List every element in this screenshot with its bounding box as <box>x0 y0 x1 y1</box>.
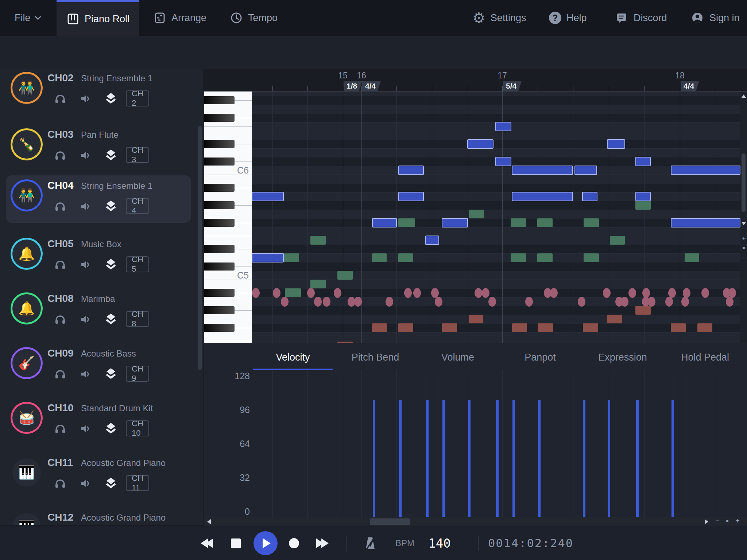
midi-note-selected-track[interactable] <box>252 253 284 262</box>
drum-note-dot[interactable] <box>386 297 393 307</box>
velocity-bar[interactable] <box>671 400 674 517</box>
drum-note-dot[interactable] <box>307 288 315 298</box>
drum-note-dot[interactable] <box>701 288 709 298</box>
piano-roll-scrollbar-thumb[interactable] <box>742 153 746 212</box>
layers-icon[interactable] <box>104 257 117 271</box>
midi-note-selected-track[interactable] <box>635 192 651 201</box>
midi-note-green[interactable] <box>537 218 553 227</box>
black-key[interactable] <box>204 219 235 227</box>
midi-note-red[interactable] <box>635 306 651 315</box>
black-key[interactable] <box>204 306 235 314</box>
time-signature-badge[interactable]: 4/4 <box>362 81 381 91</box>
velocity-bar[interactable] <box>636 400 639 517</box>
drum-note-dot[interactable] <box>668 288 676 298</box>
drum-note-dot[interactable] <box>683 288 690 298</box>
measure-ruler[interactable]: 151/8164/4175/4184/4 <box>204 69 747 91</box>
sign-in-button[interactable]: Sign in <box>690 0 740 36</box>
midi-note-green[interactable] <box>635 201 651 210</box>
tab-piano-roll[interactable]: Piano Roll <box>57 0 139 36</box>
zoom-reset-icon[interactable]: ● <box>740 245 747 250</box>
midi-note-red[interactable] <box>512 323 527 332</box>
controller-tab-volume[interactable]: Volume <box>417 345 499 370</box>
midi-note-selected-track[interactable] <box>398 166 424 175</box>
horizontal-scrollbar[interactable]: − ● + <box>204 517 747 526</box>
time-signature-badge[interactable]: 5/4 <box>503 81 522 91</box>
tab-arrange[interactable]: Arrange <box>153 0 206 36</box>
speaker-icon[interactable] <box>80 149 92 162</box>
velocity-bar[interactable] <box>442 400 445 517</box>
drum-note-dot[interactable] <box>482 288 489 298</box>
midi-note-green[interactable] <box>285 288 301 297</box>
piano-keyboard[interactable]: C6C5 <box>204 92 252 343</box>
midi-note-selected-track[interactable] <box>607 139 625 149</box>
controller-tab-expression[interactable]: Expression <box>581 345 664 370</box>
velocity-bar[interactable] <box>512 400 515 517</box>
headphones-icon[interactable] <box>54 200 66 213</box>
time-signature-badge[interactable]: 1/8 <box>344 81 362 91</box>
midi-note-green[interactable] <box>469 210 484 218</box>
layers-icon[interactable] <box>104 199 117 212</box>
midi-note-red[interactable] <box>671 323 686 332</box>
drum-note-dot[interactable] <box>413 288 421 298</box>
time-signature-badge[interactable]: 4/4 <box>681 81 699 91</box>
drum-note-dot[interactable] <box>621 297 628 307</box>
rewind-button[interactable] <box>195 526 218 560</box>
black-key[interactable] <box>204 158 235 166</box>
scroll-right-icon[interactable] <box>705 519 708 524</box>
midi-note-green[interactable] <box>398 253 413 262</box>
track-row-ch03[interactable]: 🍾CH03Pan FluteCH 3 <box>0 126 204 173</box>
drum-note-dot[interactable] <box>323 297 330 307</box>
speaker-icon[interactable] <box>80 368 92 380</box>
midi-note-green[interactable] <box>537 253 553 262</box>
headphones-icon[interactable] <box>54 423 66 435</box>
drum-note-dot[interactable] <box>488 297 496 307</box>
midi-note-red[interactable] <box>398 323 413 332</box>
layers-icon[interactable] <box>104 476 117 489</box>
speaker-icon[interactable] <box>80 477 92 490</box>
drum-note-dot[interactable] <box>404 288 412 298</box>
zoom-in-icon[interactable]: + <box>740 234 747 243</box>
speaker-icon[interactable] <box>80 93 92 105</box>
drum-note-dot[interactable] <box>728 288 736 298</box>
black-key[interactable] <box>204 140 235 148</box>
stop-button[interactable] <box>225 526 246 560</box>
drum-note-dot[interactable] <box>726 297 734 307</box>
drum-note-dot[interactable] <box>681 297 689 307</box>
midi-note-red[interactable] <box>697 323 712 332</box>
layers-icon[interactable] <box>104 312 117 325</box>
controller-tab-hold-pedal[interactable]: Hold Pedal <box>664 345 746 370</box>
midi-note-green[interactable] <box>284 253 299 262</box>
fast-forward-button[interactable] <box>311 526 334 560</box>
midi-note-selected-track[interactable] <box>574 166 597 175</box>
h-zoom-out-icon[interactable]: − <box>713 517 722 525</box>
scroll-down-icon[interactable] <box>742 222 746 225</box>
midi-note-red[interactable] <box>538 323 553 332</box>
velocity-bar[interactable] <box>538 400 541 517</box>
drum-note-dot[interactable] <box>603 288 611 298</box>
scroll-left-icon[interactable] <box>207 519 211 524</box>
midi-note-green[interactable] <box>337 271 353 280</box>
black-key[interactable] <box>204 201 235 209</box>
midi-note-selected-track[interactable] <box>671 166 740 175</box>
drum-note-dot[interactable] <box>314 297 322 307</box>
velocity-bar[interactable] <box>373 400 375 517</box>
black-key[interactable] <box>204 324 235 332</box>
headphones-icon[interactable] <box>54 368 66 380</box>
midi-note-selected-track[interactable] <box>512 192 573 201</box>
midi-note-green[interactable] <box>610 236 625 245</box>
speaker-icon[interactable] <box>80 313 92 326</box>
black-key[interactable] <box>204 245 235 253</box>
drum-note-dot[interactable] <box>525 297 533 307</box>
track-row-ch04[interactable]: 👬CH04String Ensemble 1CH 4 <box>0 177 204 224</box>
midi-note-selected-track[interactable] <box>582 192 597 201</box>
track-row-ch02[interactable]: 👬CH02String Ensemble 1CH 2 <box>0 69 204 117</box>
midi-note-green[interactable] <box>584 218 599 227</box>
drum-note-dot[interactable] <box>281 297 289 307</box>
velocity-bar[interactable] <box>608 400 610 517</box>
headphones-icon[interactable] <box>54 258 66 271</box>
midi-note-selected-track[interactable] <box>635 157 651 166</box>
velocity-graph[interactable]: 1289664320 <box>204 370 747 517</box>
speaker-icon[interactable] <box>80 200 92 213</box>
layers-icon[interactable] <box>104 367 117 380</box>
track-row-ch05[interactable]: 🔔CH05Music BoxCH 5 <box>0 235 204 283</box>
